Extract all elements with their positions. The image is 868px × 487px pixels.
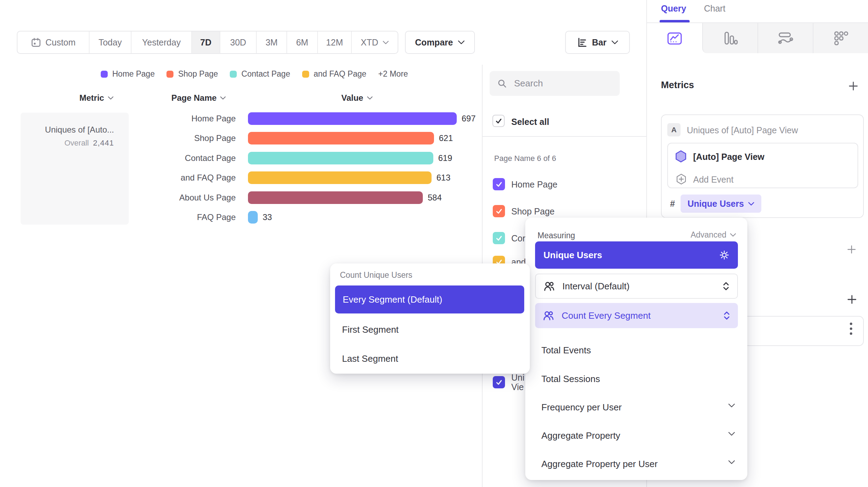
table-row: Contact Page619 <box>0 152 482 164</box>
dot-funnel-icon <box>833 30 849 46</box>
date-range-label: Custom <box>45 37 76 48</box>
horizontal-bar-chart-icon <box>577 37 587 48</box>
date-range-yesterday[interactable]: Yesterday <box>131 31 191 53</box>
chevron-down-icon <box>220 96 226 100</box>
aggregation-prefix: # <box>670 199 675 209</box>
metric-card-title: Uniques of [Auto] Page View <box>687 125 798 135</box>
legend-swatch <box>230 71 237 78</box>
table-row: Shop Page621 <box>0 132 482 144</box>
measure-option-total-events[interactable]: Total Events <box>541 345 591 356</box>
vertical-bars-icon <box>722 30 738 46</box>
chevron-down-icon[interactable] <box>728 460 735 464</box>
chevron-down-icon[interactable] <box>728 403 735 408</box>
interval-selector-row[interactable]: Interval (Default) <box>535 274 738 299</box>
bar-faq-page[interactable] <box>248 211 258 224</box>
users-icon <box>543 281 555 292</box>
bar-home-page[interactable] <box>248 112 457 125</box>
check-icon <box>495 379 503 386</box>
chart-legend: Home Page Shop Page Contact Page and FAQ… <box>101 69 408 79</box>
flows-icon <box>777 30 794 46</box>
stepper-icon[interactable] <box>723 282 730 291</box>
measure-option-total-sessions[interactable]: Total Sessions <box>541 374 600 384</box>
metric-letter-badge: A <box>667 123 681 136</box>
table-row: Home Page697 <box>0 112 482 125</box>
filter-item-label[interactable]: Home Page <box>511 179 557 190</box>
chevron-down-icon <box>611 40 618 44</box>
date-range-today[interactable]: Today <box>89 31 131 53</box>
option-every-segment[interactable]: Every Segment (Default) <box>335 285 524 313</box>
calendar-icon <box>31 37 41 48</box>
check-icon <box>495 234 503 242</box>
chevron-down-icon <box>383 41 389 44</box>
legend-item[interactable]: Home Page <box>101 69 155 79</box>
bar-shop-page[interactable] <box>248 132 434 144</box>
bar-and-faq-page[interactable] <box>248 171 432 184</box>
report-tab-insights[interactable] <box>647 23 702 53</box>
table-row: FAQ Page33 <box>0 211 482 224</box>
chevron-down-icon <box>367 96 373 100</box>
filter-checkbox-shop-page[interactable] <box>493 205 505 217</box>
add-event-label[interactable]: Add Event <box>693 175 733 185</box>
date-range-custom[interactable]: Custom <box>17 31 89 53</box>
filter-item-label[interactable]: UniVie <box>511 373 525 392</box>
event-name[interactable]: [Auto] Page View <box>693 152 764 162</box>
count-every-segment-row[interactable]: Count Every Segment <box>535 303 738 328</box>
legend-item[interactable]: Shop Page <box>166 69 218 79</box>
option-first-segment[interactable]: First Segment <box>342 324 399 335</box>
report-tab-flows[interactable] <box>757 23 813 53</box>
kebab-menu-icon[interactable] <box>850 323 852 335</box>
filter-checkbox-contact-page[interactable] <box>493 232 505 244</box>
legend-more[interactable]: +2 More <box>378 69 408 79</box>
gear-icon[interactable] <box>719 250 730 260</box>
legend-item[interactable]: Contact Page <box>230 69 290 79</box>
tab-query[interactable]: Query <box>661 3 686 14</box>
column-header-value[interactable]: Value <box>341 93 373 103</box>
date-range-3m[interactable]: 3M <box>256 31 286 53</box>
insights-line-chart-icon <box>667 30 683 46</box>
bar-contact-page[interactable] <box>248 152 433 164</box>
stepper-icon[interactable] <box>723 311 730 320</box>
column-header-page-name[interactable]: Page Name <box>171 93 226 103</box>
aggregation-chip[interactable]: Unique Users <box>681 195 761 213</box>
select-all-checkbox[interactable] <box>492 115 505 127</box>
count-unique-users-popup: Count Unique Users Every Segment (Defaul… <box>330 263 530 374</box>
search-icon <box>497 79 507 89</box>
option-last-segment[interactable]: Last Segment <box>342 353 398 364</box>
column-header-metric[interactable]: Metric <box>79 93 114 103</box>
measure-unique-users-selected[interactable]: Unique Users <box>535 241 738 269</box>
select-all-label[interactable]: Select all <box>511 117 549 127</box>
filter-checkbox-uniques[interactable] <box>493 376 505 388</box>
measure-option-aggregate-property-per-user[interactable]: Aggregate Property per User <box>541 459 657 470</box>
report-tab-retention[interactable] <box>813 23 868 53</box>
measure-option-frequency-per-user[interactable]: Frequency per User <box>541 402 622 413</box>
add-metric-plus-icon[interactable] <box>848 80 859 92</box>
search-input[interactable]: Search <box>490 71 620 96</box>
app-root: Custom Today Yesterday 7D 30D 3M 6M 12M … <box>0 0 868 487</box>
date-range-6m[interactable]: 6M <box>286 31 317 53</box>
filter-divider <box>482 136 646 137</box>
filter-item-label[interactable]: Shop Page <box>511 206 555 217</box>
advanced-toggle[interactable]: Advanced <box>691 230 736 240</box>
bar-about-us-page[interactable] <box>248 191 423 204</box>
tab-chart[interactable]: Chart <box>704 3 725 14</box>
legend-item[interactable]: and FAQ Page <box>302 69 367 79</box>
metric-summary-card[interactable]: Uniques of [Auto... Overall2,441 <box>21 113 129 225</box>
chevron-down-icon[interactable] <box>728 432 735 436</box>
date-range-7d[interactable]: 7D <box>191 31 220 53</box>
chart-type-dropdown[interactable]: Bar <box>565 31 630 54</box>
check-icon <box>495 181 503 188</box>
date-range-12m[interactable]: 12M <box>317 31 351 53</box>
measure-option-aggregate-property[interactable]: Aggregate Property <box>541 430 620 441</box>
compare-button[interactable]: Compare <box>405 31 475 54</box>
table-row: and FAQ Page613 <box>0 171 482 184</box>
date-range-30d[interactable]: 30D <box>220 31 256 53</box>
date-range-xtd[interactable]: XTD <box>351 31 398 53</box>
add-event-icon[interactable] <box>675 173 688 185</box>
filter-checkbox-home-page[interactable] <box>493 178 505 190</box>
add-breakdown-plus-icon[interactable] <box>846 294 858 305</box>
report-tab-funnels[interactable] <box>702 23 757 53</box>
filter-group-label: Page Name 6 of 6 <box>494 154 556 163</box>
chevron-down-icon <box>730 233 736 237</box>
add-filter-plus-icon[interactable] <box>846 244 857 255</box>
event-hexagon-icon <box>674 150 688 163</box>
